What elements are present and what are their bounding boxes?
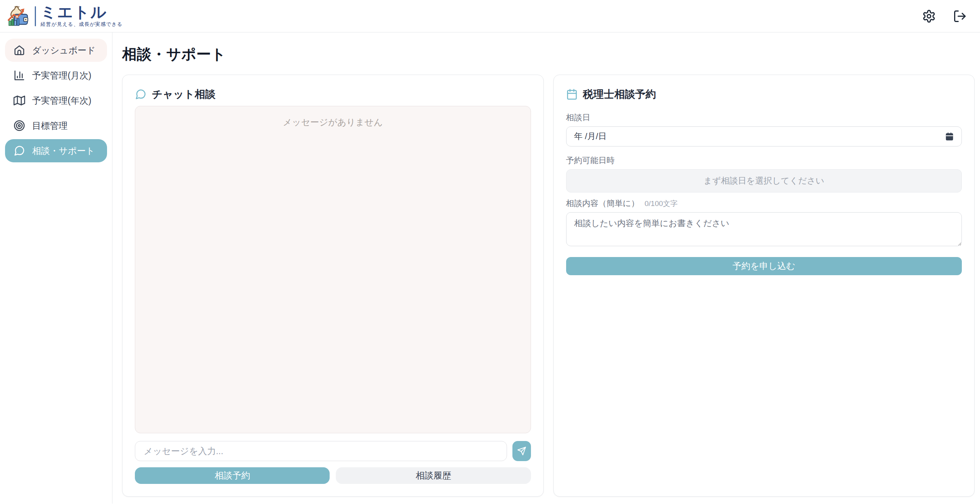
tax-advisor-booking-card: 税理士相談予約 相談日 年 /月/日 予約可能日時 まず相談日を選択してください… <box>553 75 975 497</box>
chat-bubble-icon <box>135 89 146 100</box>
logout-icon <box>953 9 967 23</box>
sidebar-item-support[interactable]: 相談・サポート <box>5 139 107 162</box>
settings-button[interactable] <box>920 8 937 25</box>
calendar-icon <box>566 89 578 100</box>
calendar-icon[interactable] <box>945 132 954 141</box>
chat-message-input[interactable] <box>135 441 507 461</box>
sidebar-item-label: 相談・サポート <box>32 145 95 157</box>
booking-card-title: 税理士相談予約 <box>583 87 656 101</box>
send-message-button[interactable] <box>512 441 531 461</box>
sidebar: ダッシュボード 予実管理(月次) 予実管理(年次) <box>0 32 112 504</box>
chat-consultation-card: チャット相談 メッセージがありません 相 <box>122 75 544 497</box>
chat-card-title: チャット相談 <box>152 87 216 101</box>
bar-chart-icon <box>14 70 25 81</box>
consult-reserve-tab-button[interactable]: 相談予約 <box>135 467 330 484</box>
main-content: 相談・サポート チャット相談 メッセージがありません <box>112 32 980 504</box>
consult-content-label: 相談内容（簡単に） <box>566 198 640 209</box>
top-header: ミエトル 経営が見える、成長が実感できる <box>0 0 980 32</box>
booking-submit-button[interactable]: 予約を申し込む <box>566 257 962 275</box>
char-count: 0/100文字 <box>645 199 678 209</box>
sidebar-item-label: 目標管理 <box>32 120 68 132</box>
sidebar-item-label: 予実管理(月次) <box>32 70 91 82</box>
consult-history-tab-button[interactable]: 相談履歴 <box>336 467 531 484</box>
sidebar-item-goals[interactable]: 目標管理 <box>5 114 107 137</box>
target-icon <box>14 120 25 131</box>
brand: ミエトル 経営が見える、成長が実感できる <box>5 4 122 29</box>
app-logo-icon <box>5 4 30 29</box>
chat-empty-message: メッセージがありません <box>135 116 531 128</box>
brand-divider <box>35 6 36 26</box>
consult-date-label: 相談日 <box>566 112 962 123</box>
sidebar-item-budget-monthly[interactable]: 予実管理(月次) <box>5 64 107 87</box>
consult-content-textarea[interactable] <box>566 212 962 246</box>
chat-bubble-icon <box>14 145 25 157</box>
logout-button[interactable] <box>951 8 968 25</box>
gear-icon <box>922 9 936 23</box>
sidebar-item-budget-yearly[interactable]: 予実管理(年次) <box>5 89 107 112</box>
sidebar-item-label: ダッシュボード <box>32 44 95 56</box>
map-icon <box>14 95 25 106</box>
consult-date-input[interactable]: 年 /月/日 <box>566 126 962 146</box>
app-title: ミエトル <box>41 4 122 20</box>
date-placeholder: 年 /月/日 <box>574 131 607 142</box>
paper-plane-icon <box>517 446 526 456</box>
chat-messages-area: メッセージがありません <box>135 106 531 433</box>
sidebar-item-dashboard[interactable]: ダッシュボード <box>5 39 107 62</box>
home-icon <box>14 44 25 56</box>
app-tagline: 経営が見える、成長が実感できる <box>41 21 122 28</box>
available-slots-box: まず相談日を選択してください <box>566 169 962 192</box>
sidebar-item-label: 予実管理(年次) <box>32 95 91 107</box>
available-slots-label: 予約可能日時 <box>566 155 962 166</box>
page-title: 相談・サポート <box>122 44 975 64</box>
